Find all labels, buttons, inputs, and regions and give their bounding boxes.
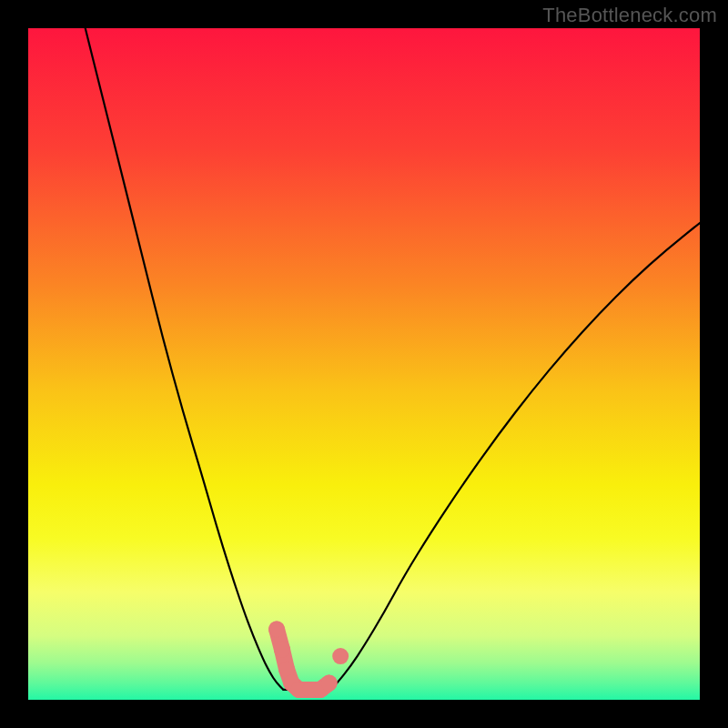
gradient-background xyxy=(28,28,700,700)
marker-point xyxy=(321,675,338,692)
watermark-text: TheBottleneck.com xyxy=(542,4,717,27)
plot-svg xyxy=(28,28,700,700)
plot-area xyxy=(28,28,700,700)
chart-frame: TheBottleneck.com xyxy=(0,0,728,728)
marker-point xyxy=(268,622,285,638)
marker-point xyxy=(332,648,349,664)
marker-point xyxy=(274,642,290,658)
